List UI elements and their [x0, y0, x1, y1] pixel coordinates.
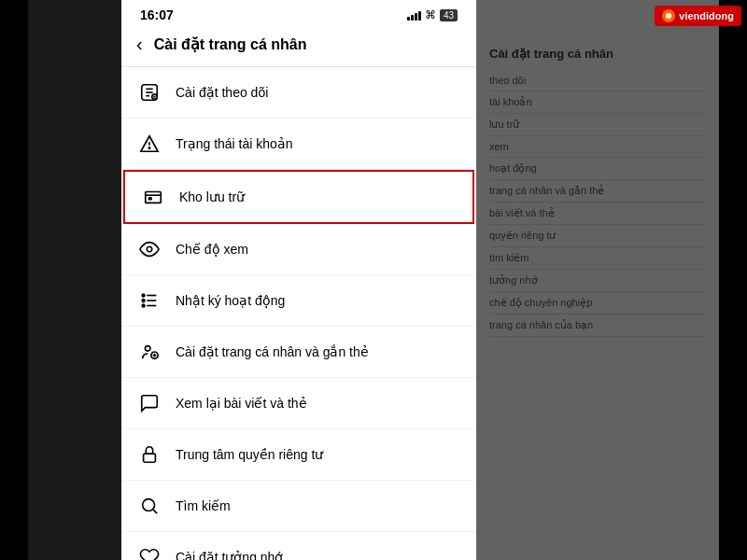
svg-point-11 — [147, 246, 152, 252]
menu-label-review: Xem lại bài viết và thẻ — [176, 396, 307, 411]
menu-label-follow: Cài đặt theo dõi — [176, 85, 268, 100]
follow-icon — [136, 79, 162, 105]
menu-item-memorial[interactable]: Cài đặt tưởng nhớ — [121, 532, 476, 560]
menu-label-storage: Kho lưu trữ — [179, 189, 245, 204]
menu-item-profile-tags[interactable]: Cài đặt trang cá nhân và gắn thẻ — [121, 327, 476, 378]
menu-item-privacy[interactable]: Trung tâm quyền riêng tư — [121, 429, 476, 481]
menu-item-account-status[interactable]: Trạng thái tài khoản — [121, 119, 476, 170]
menu-label-activity: Nhật ký hoạt động — [176, 293, 285, 308]
signal-icon — [407, 9, 421, 21]
right-panel-item: bài viết và thẻ — [489, 203, 706, 225]
heart-icon — [136, 544, 162, 560]
menu-item-storage[interactable]: Kho lưu trữ — [123, 170, 474, 224]
right-panel-item: xem — [489, 136, 706, 158]
menu-item-follow-settings[interactable]: Cài đặt theo dõi — [121, 67, 476, 119]
list-icon — [136, 287, 162, 314]
svg-point-17 — [142, 304, 145, 307]
menu-label-profile-tags: Cài đặt trang cá nhân và gắn thẻ — [176, 344, 369, 359]
svg-rect-22 — [144, 454, 156, 462]
eye-icon — [136, 236, 162, 262]
comment-icon — [136, 390, 162, 416]
menu-item-activity-log[interactable]: Nhật ký hoạt động — [121, 275, 476, 327]
svg-point-18 — [145, 346, 150, 352]
menu-label-view: Chế độ xem — [176, 242, 248, 257]
status-bar: 16:07 ⌘ 43 — [121, 0, 476, 26]
svg-rect-9 — [146, 192, 162, 203]
right-panel-item: tìm kiếm — [489, 247, 706, 270]
menu-item-review-posts[interactable]: Xem lại bài viết và thẻ — [121, 378, 476, 429]
right-panel: Cài đặt trang cá nhân theo dõi tài khoản… — [476, 0, 719, 560]
menu-label-account: Trạng thái tài khoản — [176, 136, 293, 151]
nav-header: ‹ Cài đặt trang cá nhân — [121, 26, 476, 67]
lock-icon — [136, 441, 162, 468]
status-icons: ⌘ 43 — [407, 8, 458, 21]
logo-text: viendidong — [679, 10, 734, 21]
menu-item-search[interactable]: Tìm kiếm — [121, 481, 476, 532]
battery-icon: 43 — [440, 9, 458, 21]
menu-item-view-mode[interactable]: Chế độ xem — [121, 224, 476, 275]
search-icon — [136, 493, 162, 519]
storage-icon — [140, 184, 166, 210]
back-button[interactable]: ‹ — [136, 34, 143, 55]
right-panel-item: tưởng nhớ — [489, 270, 706, 292]
menu-label-memorial: Cài đặt tưởng nhớ — [176, 550, 283, 560]
right-panel-item: tài khoản — [489, 91, 706, 114]
wifi-icon: ⌘ — [425, 8, 436, 21]
status-time: 16:07 — [140, 7, 174, 22]
svg-line-24 — [153, 510, 157, 513]
right-panel-item: quyền riêng tư — [489, 225, 706, 247]
menu-label-search: Tìm kiếm — [176, 498, 231, 513]
right-panel-item: trang cá nhân của bạn — [489, 315, 706, 337]
svg-rect-10 — [148, 198, 151, 200]
right-panel-title: Cài đặt trang cá nhân — [489, 47, 706, 61]
svg-point-23 — [143, 499, 155, 511]
person-tag-icon — [136, 339, 162, 365]
menu-list: Cài đặt theo dõi Trạng thái tài khoản — [121, 67, 476, 560]
warning-icon — [136, 131, 162, 157]
page-title: Cài đặt trang cá nhân — [154, 35, 307, 53]
phone-screen: 16:07 ⌘ 43 ‹ Cài đặt trang cá nhân — [121, 0, 476, 560]
right-panel-item: trang cá nhân và gắn thẻ — [489, 180, 706, 203]
right-panel-item: theo dõi — [489, 70, 706, 91]
svg-point-16 — [142, 300, 145, 302]
menu-label-privacy: Trung tâm quyền riêng tư — [176, 447, 323, 462]
right-panel-item: hoạt động — [489, 158, 706, 180]
right-panel-item: chế độ chuyên nghiệp — [489, 292, 706, 315]
svg-point-15 — [142, 294, 145, 297]
right-panel-item: lưu trữ — [489, 114, 706, 136]
svg-point-8 — [148, 147, 149, 148]
